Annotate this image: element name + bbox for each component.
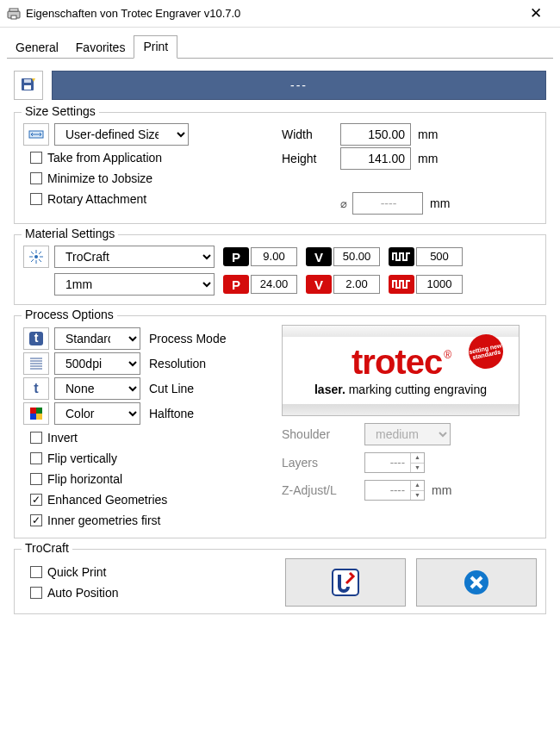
send-to-jobcontrol-button[interactable] [285, 558, 406, 607]
velocity-badge-engrave: V [306, 247, 332, 266]
height-unit: mm [418, 152, 447, 165]
close-button[interactable]: ✕ [519, 2, 553, 26]
take-from-app-checkbox[interactable]: Take from Application [30, 147, 282, 168]
power-badge-cut: P [223, 275, 249, 294]
svg-line-16 [39, 252, 41, 254]
svg-text:t: t [34, 331, 39, 345]
width-label: Width [282, 128, 340, 141]
footer-group: TroCraft Quick Print Auto Position [14, 549, 546, 614]
power-badge-engrave: P [223, 247, 249, 266]
power-cut-value: 24.00 [251, 275, 297, 294]
invert-checkbox[interactable]: Invert [30, 427, 282, 448]
material-settings-group: Material Settings TroCraft P 9.00 V 50.0… [14, 234, 546, 305]
svg-rect-27 [36, 414, 42, 420]
material-select[interactable]: TroCraft [54, 246, 215, 268]
svg-rect-4 [24, 85, 31, 90]
tab-favorites[interactable]: Favorites [67, 37, 134, 59]
cutline-label: Cut Line [149, 382, 194, 395]
shoulder-select: medium [364, 423, 451, 445]
resolution-label: Resolution [149, 357, 206, 370]
diameter-symbol: ⌀ [340, 197, 347, 210]
size-settings-group: Size Settings User-defined Size Take fro… [14, 112, 546, 224]
cutline-select[interactable]: None [54, 377, 140, 400]
app-icon [7, 7, 21, 21]
minimize-label: Minimize to Jobsize [47, 171, 152, 185]
take-from-app-label: Take from Application [47, 151, 162, 165]
flip-horizontal-label: Flip horizontal [47, 472, 122, 486]
process-options-legend: Process Options [22, 308, 117, 321]
flip-vertical-label: Flip vertically [47, 451, 117, 465]
svg-point-8 [34, 255, 38, 258]
size-icon [23, 123, 49, 146]
logo-stamp: setting new standards [465, 331, 506, 371]
power-engrave-value: 9.00 [251, 247, 297, 266]
diameter-unit: mm [430, 196, 459, 210]
halftone-select[interactable]: Color [54, 402, 140, 425]
logo-sub-text: laser. marking cutting engraving [314, 383, 487, 396]
svg-line-14 [39, 259, 41, 262]
frequency-badge-engrave [389, 247, 414, 266]
footer-legend: TroCraft [22, 541, 72, 555]
invert-label: Invert [47, 431, 78, 445]
halftone-label: Halftone [149, 407, 194, 420]
enhanced-geometries-checkbox[interactable]: Enhanced Geometries [30, 489, 282, 510]
tab-print[interactable]: Print [134, 35, 177, 59]
auto-position-label: Auto Position [47, 586, 119, 600]
height-input[interactable] [340, 147, 411, 170]
frequency-badge-cut [389, 275, 414, 294]
svg-rect-25 [36, 408, 42, 414]
svg-rect-24 [30, 408, 36, 414]
zadjust-spinner: ----▲▼ [364, 480, 425, 501]
inner-geometries-checkbox[interactable]: Inner geometries first [30, 510, 282, 531]
zadjust-unit: mm [432, 483, 461, 497]
svg-rect-2 [11, 16, 16, 19]
flip-horizontal-checkbox[interactable]: Flip horizontal [30, 469, 282, 489]
minimize-checkbox[interactable]: Minimize to Jobsize [30, 168, 282, 189]
frequency-cut-value: 1000 [416, 275, 463, 294]
save-favorite-icon[interactable] [14, 71, 43, 100]
cancel-button[interactable] [416, 558, 537, 607]
size-select[interactable]: User-defined Size [54, 123, 189, 146]
zadjust-label: Z-Adjust/L [282, 483, 364, 497]
layers-label: Layers [282, 456, 364, 470]
thickness-select[interactable]: 1mm [54, 273, 215, 296]
velocity-badge-cut: V [306, 275, 332, 294]
inner-geometries-label: Inner geometries first [47, 513, 161, 527]
enhanced-geometries-label: Enhanced Geometries [47, 493, 167, 507]
resolution-select[interactable]: 500dpi [54, 352, 140, 375]
quick-print-checkbox[interactable]: Quick Print [30, 562, 275, 582]
diameter-input [352, 192, 423, 215]
rotary-checkbox[interactable]: Rotary Attachment [30, 189, 282, 209]
velocity-engrave-value: 50.00 [333, 247, 380, 266]
rotary-label: Rotary Attachment [47, 192, 146, 206]
logo-main-text: trotec [352, 343, 442, 381]
frequency-engrave-value: 500 [416, 247, 463, 266]
width-input[interactable] [340, 123, 411, 146]
svg-line-13 [31, 252, 34, 254]
shoulder-label: Shoulder [282, 427, 364, 441]
process-options-group: Process Options t Standard Process Mode … [14, 315, 546, 538]
halftone-icon [23, 402, 49, 425]
tab-strip: General Favorites Print [7, 34, 553, 59]
logo-preview: setting new standards trotec® laser. mar… [282, 325, 520, 416]
svg-rect-1 [9, 9, 18, 11]
material-icon[interactable] [23, 246, 49, 268]
process-mode-label: Process Mode [149, 332, 226, 345]
velocity-cut-value: 2.00 [333, 275, 380, 294]
header-bar[interactable]: --- [52, 71, 546, 100]
quick-print-label: Quick Print [47, 565, 106, 579]
svg-rect-5 [24, 79, 31, 83]
window-title: Eigenschaften von Trotec Engraver v10.7.… [26, 7, 519, 20]
layers-spinner: ----▲▼ [364, 452, 425, 473]
svg-rect-26 [30, 414, 36, 420]
flip-vertical-checkbox[interactable]: Flip vertically [30, 448, 282, 469]
resolution-icon [23, 352, 49, 375]
process-mode-select[interactable]: Standard [54, 327, 140, 350]
title-bar: Eigenschaften von Trotec Engraver v10.7.… [0, 0, 560, 28]
tab-general[interactable]: General [7, 37, 67, 59]
cutline-icon: t [23, 377, 49, 400]
svg-line-15 [31, 259, 34, 262]
material-settings-legend: Material Settings [22, 227, 118, 240]
auto-position-checkbox[interactable]: Auto Position [30, 582, 275, 603]
width-unit: mm [418, 128, 447, 141]
